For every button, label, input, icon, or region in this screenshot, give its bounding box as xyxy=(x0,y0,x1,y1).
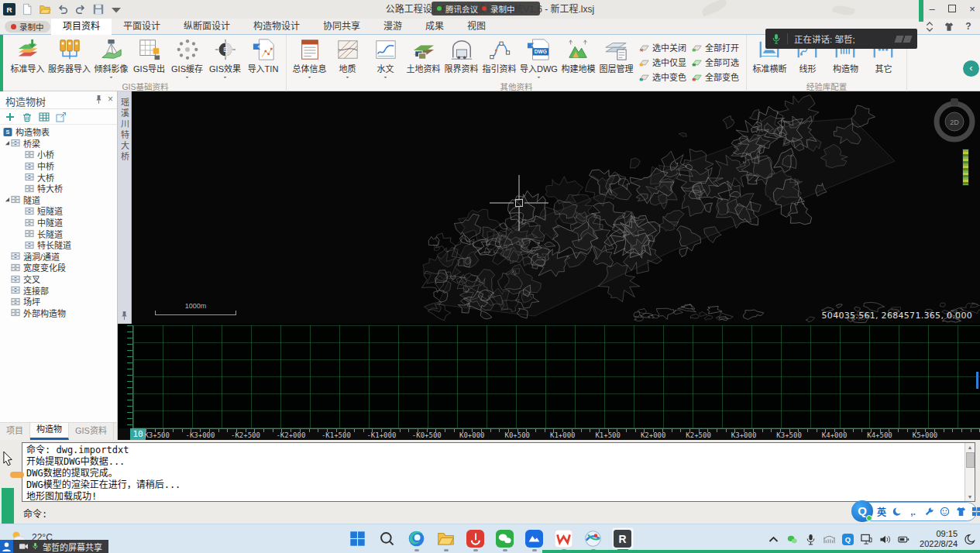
tree-item-特长隧道[interactable]: 特长隧道 xyxy=(0,239,117,251)
tree-item-隧道[interactable]: 隧道 xyxy=(0,194,117,206)
ribbon-button-GIS效果[interactable]: EGIS效果 xyxy=(206,36,244,81)
scroll-up-icon[interactable]: ▲ xyxy=(965,443,975,452)
restore-button[interactable] xyxy=(946,2,958,15)
tree-item-连接部[interactable]: 连接部 xyxy=(0,284,117,296)
ribbon-button-限界资料[interactable]: 限界资料 xyxy=(442,36,480,81)
ribbon-button-GIS导出[interactable]: GIS导出 xyxy=(130,36,168,81)
ime-toolbar[interactable]: Q 英 ,. xyxy=(853,502,977,521)
close-button[interactable]: × xyxy=(966,2,978,15)
tree-item-特大桥[interactable]: 特大桥 xyxy=(0,183,117,194)
taskbar-app-start[interactable] xyxy=(347,527,369,549)
open-folder-icon[interactable] xyxy=(38,3,51,16)
expander-icon[interactable] xyxy=(3,140,11,146)
ribbon-button-倾斜影像[interactable]: 倾斜影像 xyxy=(92,36,130,81)
collapsed-panel-tab[interactable]: 瑶溪川特大桥 xyxy=(118,91,132,324)
chevron-up-icon[interactable] xyxy=(768,534,779,545)
ime-smiley-icon[interactable] xyxy=(940,507,950,517)
tree-item-涵洞/通道[interactable]: 涵洞/通道 xyxy=(0,251,117,263)
theme-shirt-icon[interactable] xyxy=(944,21,954,32)
tree-item-桥梁[interactable]: 桥梁 xyxy=(0,138,117,149)
minimize-button[interactable]: – xyxy=(926,2,938,15)
meeting-overlay-pill[interactable]: 腾讯会议 录制中 xyxy=(432,2,540,15)
taskbar-app-explorer[interactable] xyxy=(435,527,457,549)
ime-logo[interactable]: Q xyxy=(851,500,873,522)
pin-icon[interactable] xyxy=(95,94,102,105)
menu-tab-构造物设计[interactable]: 构造物设计 xyxy=(242,19,311,35)
ribbon-button-标准导入[interactable]: 标准导入 xyxy=(9,36,46,81)
panel-tab-构造物[interactable]: 构造物 xyxy=(30,423,69,440)
ribbon-button-构建地模[interactable]: 构建地模 xyxy=(559,36,597,81)
tree-item-构造物表[interactable]: S构造物表 xyxy=(0,126,117,138)
tree-item-宽度变化段[interactable]: 宽度变化段 xyxy=(0,262,117,273)
taskbar-app-r-app[interactable]: R xyxy=(612,527,634,549)
menu-tab-成果[interactable]: 成果 xyxy=(414,19,456,35)
taskbar-clock[interactable]: 09:152022/8/24 xyxy=(920,529,958,549)
map-canvas[interactable]: 2D 1000m 504035.561, 2684571.365, 0.000 xyxy=(132,91,980,324)
expander-icon[interactable] xyxy=(3,197,11,202)
ribbon-button-总体信息[interactable]: 总体信息 xyxy=(291,36,328,81)
menu-tab-纵断面设计[interactable]: 纵断面设计 xyxy=(172,19,242,35)
ime-language-toggle[interactable]: 英 xyxy=(877,505,886,518)
wechat-tray-icon[interactable] xyxy=(786,534,798,545)
collapse-ribbon-icon[interactable] xyxy=(924,21,935,32)
navigation-compass[interactable]: 2D xyxy=(930,97,979,146)
ime-shirt-icon[interactable] xyxy=(956,507,966,517)
ribbon-button-导入DWG[interactable]: DWG导入DWG xyxy=(518,36,559,81)
ribbon-button-土地资料[interactable]: 土地资料 xyxy=(404,36,442,81)
tree-item-交叉[interactable]: 交叉 xyxy=(0,273,117,285)
taskbar-app-wps[interactable] xyxy=(553,527,575,549)
ime-punct-icon[interactable]: ,. xyxy=(908,507,918,517)
panel-tab-项目[interactable]: 项目 xyxy=(0,423,30,440)
qq-tray-icon[interactable]: Q xyxy=(842,534,854,545)
ribbon-button-图层管理[interactable]: 图层管理 xyxy=(597,36,635,81)
ribbon-button-GIS缓存[interactable]: GIS缓存 xyxy=(168,36,206,81)
moon-tray-icon[interactable] xyxy=(965,534,976,545)
panel-collapse-button[interactable]: ‹ xyxy=(963,60,979,77)
close-panel-icon[interactable]: × xyxy=(108,94,113,105)
command-history[interactable]: 命令: dwg.importdxt开始提取DWG中数据...DWG数据的提取完成… xyxy=(22,442,975,502)
battery-tray-icon[interactable] xyxy=(898,534,910,545)
command-scrollbar[interactable]: ▲ ▼ xyxy=(965,443,975,501)
taskbar-app-globe-app[interactable] xyxy=(583,527,604,549)
scrollbar-thumb[interactable] xyxy=(966,452,975,468)
tree-item-场坪[interactable]: 场坪 xyxy=(0,296,117,307)
ime-grid-icon[interactable] xyxy=(971,507,980,517)
ime-moon-icon[interactable] xyxy=(892,507,903,517)
tree-item-中隧道[interactable]: 中隧道 xyxy=(0,217,117,228)
menu-tab-平面设计[interactable]: 平面设计 xyxy=(112,19,172,35)
tree-item-短隧道[interactable]: 短隧道 xyxy=(0,205,117,217)
scroll-down-icon[interactable]: ▼ xyxy=(965,493,975,501)
caret-down-icon[interactable] xyxy=(109,3,122,16)
undo-icon[interactable] xyxy=(56,3,69,16)
export-button[interactable] xyxy=(56,112,67,122)
tree-item-大桥[interactable]: 大桥 xyxy=(0,171,117,183)
menu-tab-视图[interactable]: 视图 xyxy=(456,19,497,35)
ribbon-small-button-选中关闭[interactable]: 选中关闭 xyxy=(638,41,686,53)
new-doc-icon[interactable] xyxy=(20,3,33,16)
delete-structure-button[interactable] xyxy=(22,112,33,122)
command-prompt[interactable]: 命令: xyxy=(23,507,47,520)
help-icon[interactable]: ? xyxy=(963,21,974,32)
menu-tab-漫游[interactable]: 漫游 xyxy=(372,19,414,35)
tree-item-小桥[interactable]: 小桥 xyxy=(0,149,117,160)
structure-table-button[interactable] xyxy=(39,112,50,122)
bridge-tray-icon[interactable] xyxy=(824,534,835,545)
taskbar-app-edge[interactable] xyxy=(406,527,428,549)
display-tray-icon[interactable] xyxy=(861,534,872,545)
taskbar-app-netease-music[interactable] xyxy=(465,527,487,549)
ribbon-small-button-选中仅显[interactable]: 选中仅显 xyxy=(638,56,686,68)
panel-tab-GIS资料[interactable]: GIS资料 xyxy=(69,423,114,440)
meeting-speaking-overlay[interactable]: 正在讲话: 邹哲; xyxy=(765,29,917,49)
taskbar-app-search[interactable] xyxy=(377,527,398,549)
menu-tab-协同共享[interactable]: 协同共享 xyxy=(311,19,372,35)
menu-tab-项目资料[interactable]: 项目资料 xyxy=(51,19,112,35)
ime-wrench-icon[interactable] xyxy=(924,507,934,517)
profile-scroll-mark[interactable] xyxy=(976,372,978,389)
profile-view[interactable] xyxy=(118,324,980,428)
taskbar-app-tencent-meeting[interactable] xyxy=(524,527,545,549)
station-axis[interactable]: 10 -K3+500-K3+000-K2+500-K2+000-K1+500-K… xyxy=(118,428,980,440)
redo-icon[interactable] xyxy=(74,3,87,16)
ribbon-button-地质[interactable]: 地质 xyxy=(328,36,366,81)
tree-item-外部构造物[interactable]: 外部构造物 xyxy=(0,307,117,319)
ribbon-small-button-全部可选[interactable]: 全部可选 xyxy=(691,56,739,68)
